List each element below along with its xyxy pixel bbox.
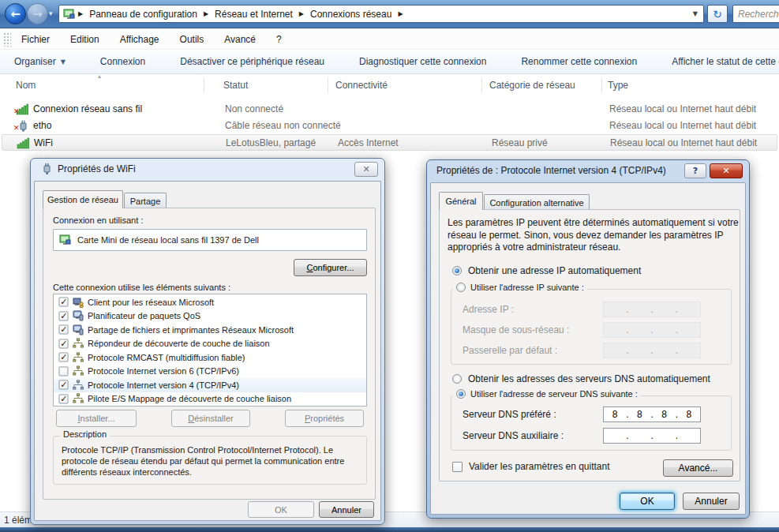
diagnose-connection-button[interactable]: Diagnostiquer cette connexion [359,52,486,71]
radio-button[interactable] [456,389,466,399]
column-separator[interactable] [328,77,328,93]
row-name[interactable]: Connexion réseau sans fil [33,103,142,114]
breadcrumb-arrow-icon[interactable]: ▶ [298,10,305,17]
menu-affichage[interactable]: Affichage [110,32,170,47]
tab-configuration-alternative[interactable]: Configuration alternative [484,194,590,210]
column-headers: ▴ Nom Statut Connectivité Catégorie de r… [0,74,779,96]
menu-outils[interactable]: Outils [170,32,215,47]
configure-button[interactable]: Configurer... [294,259,367,276]
refresh-icon: ↻ [713,8,722,21]
column-header-statut[interactable]: Statut [223,80,248,91]
item-checkbox[interactable] [59,298,69,307]
back-button[interactable]: ← [5,3,26,24]
adapter-name: Carte Mini de réseau local sans fil 1397… [77,235,259,245]
tab-partage[interactable]: Partage [124,193,167,208]
disable-device-button[interactable]: Désactiver ce périphérique réseau [180,52,324,71]
properties-button[interactable]: Propriétés [285,410,364,427]
uninstall-button[interactable]: Désinstaller [171,410,250,427]
connection-row-wifi[interactable]: WiFi LeLotusBleu, partagé Accès Internet… [2,134,777,151]
connection-row-ethernet[interactable]: ✕ etho Câble réseau non connecté Réseau … [2,118,777,134]
ok-button[interactable]: OK [620,493,675,510]
ip-address-field[interactable]: . . . [603,302,701,317]
item-label: Protocole Internet version 6 (TCP/IPv6) [88,366,239,376]
column-header-connectivite[interactable]: Connectivité [335,80,388,91]
row-name[interactable]: etho [33,120,51,131]
radio-manual-ip[interactable]: Utiliser l'adresse IP suivante : [453,283,587,292]
radio-button[interactable] [452,374,462,384]
row-connectivity: Accès Internet [338,137,399,148]
close-button[interactable]: ✕ [710,163,743,178]
radio-manual-dns[interactable]: Utiliser l'adresse de serveur DNS suivan… [453,389,641,399]
dialog-body: Gestion de réseau Partage Connexion en u… [34,181,381,521]
breadcrumb-arrow-icon[interactable]: ▶ [396,10,404,17]
ok-button[interactable]: OK [248,501,314,518]
radio-auto-ip[interactable]: Obtenir une adresse IP automatiquement [452,265,641,276]
rename-connection-button[interactable]: Renommer cette connexion [521,52,637,71]
list-item[interactable]: Client pour les réseaux Microsoft [54,295,366,309]
subnet-mask-field[interactable]: . . . [603,322,701,338]
menu-drag-handle[interactable] [3,32,11,47]
column-header-categorie[interactable]: Catégorie de réseau [489,80,575,91]
item-checkbox[interactable] [59,380,69,390]
recent-pages-chevron-icon[interactable]: ▾ [49,9,53,17]
item-checkbox[interactable] [59,366,69,376]
item-checkbox[interactable] [59,311,69,320]
radio-auto-dns[interactable]: Obtenir les adresses des serveurs DNS au… [452,373,710,384]
item-checkbox[interactable] [59,339,69,348]
help-button[interactable]: ? [684,163,706,178]
close-button[interactable]: ✕ [354,162,378,177]
install-button[interactable]: Installer... [56,410,137,427]
validate-checkbox[interactable] [452,462,463,472]
column-separator[interactable] [204,77,204,93]
organize-button[interactable]: Organiser ▼ [14,52,66,71]
item-checkbox[interactable] [59,353,69,362]
item-checkbox[interactable] [59,325,69,335]
search-input[interactable]: Recherche [732,5,779,23]
breadcrumb-item-network-connections[interactable]: Connexions réseau [307,9,395,20]
list-item-ipv4[interactable]: Protocole Internet version 4 (TCP/IPv4) [54,378,366,392]
validate-settings-checkbox-row[interactable]: Valider les paramètres en quittant [452,461,610,472]
tab-general[interactable]: Général [439,192,483,210]
breadcrumb[interactable]: ▶ Panneau de configuration ▶ Réseau et I… [58,5,704,23]
menu-help[interactable]: ? [266,32,292,47]
item-checkbox[interactable] [59,394,69,403]
cancel-button[interactable]: Annuler [683,493,740,510]
radio-button[interactable] [456,283,466,292]
protocol-icon [73,380,84,391]
radio-button[interactable] [452,266,462,275]
menu-edition[interactable]: Edition [60,32,110,47]
breadcrumb-arrow-icon[interactable]: ▶ [202,10,210,17]
column-separator[interactable] [601,77,602,93]
column-header-nom[interactable]: Nom [16,80,36,91]
connection-button[interactable]: Connexion [100,52,145,71]
dialog-title: Propriétés de : Protocole Internet versi… [436,165,666,176]
menu-bar: Fichier Edition Affichage Outils Avancé … [0,29,779,50]
list-item[interactable]: Protocole Internet version 6 (TCP/IPv6) [54,365,366,379]
list-item[interactable]: Partage de fichiers et imprimantes Résea… [54,323,366,337]
default-gateway-field[interactable]: . . . [603,343,701,358]
list-item[interactable]: Répondeur de découverte de couche de lia… [54,337,366,351]
connection-row-wireless[interactable]: ✕ Connexion réseau sans fil Non connecté… [2,101,777,118]
intro-text: Les paramètres IP peuvent être déterminé… [448,217,743,254]
breadcrumb-item-network-internet[interactable]: Réseau et Internet [212,9,296,20]
menu-avance[interactable]: Avancé [214,32,266,47]
list-item[interactable]: Pilote E/S Mappage de découverte de couc… [54,392,366,406]
row-type: Réseau local ou Internet haut débit [609,103,756,114]
refresh-button[interactable]: ↻ [707,5,728,23]
list-item[interactable]: Planificateur de paquets QoS [54,309,366,324]
advanced-button[interactable]: Avancé... [663,459,733,477]
row-name[interactable]: WiFi [34,137,53,148]
alternate-dns-field[interactable]: . . . [603,428,701,444]
address-dropdown-icon[interactable]: ▼ [693,10,700,17]
description-group-label: Description [60,429,110,439]
view-status-button[interactable]: Afficher le statut de cette connexion [672,52,779,71]
column-header-type[interactable]: Type [608,80,628,91]
preferred-dns-field[interactable]: 8. 8. 8. 8 [603,406,701,422]
column-separator[interactable] [481,77,482,93]
cancel-button[interactable]: Annuler [319,501,374,518]
menu-fichier[interactable]: Fichier [11,32,60,47]
tab-gestion-de-reseau[interactable]: Gestion de réseau [43,190,123,208]
breadcrumb-item-control-panel[interactable]: Panneau de configuration [86,9,200,20]
list-item[interactable]: Protocole RMCAST (multidiffusion fiable) [54,350,366,365]
forward-button[interactable]: → [27,3,48,24]
